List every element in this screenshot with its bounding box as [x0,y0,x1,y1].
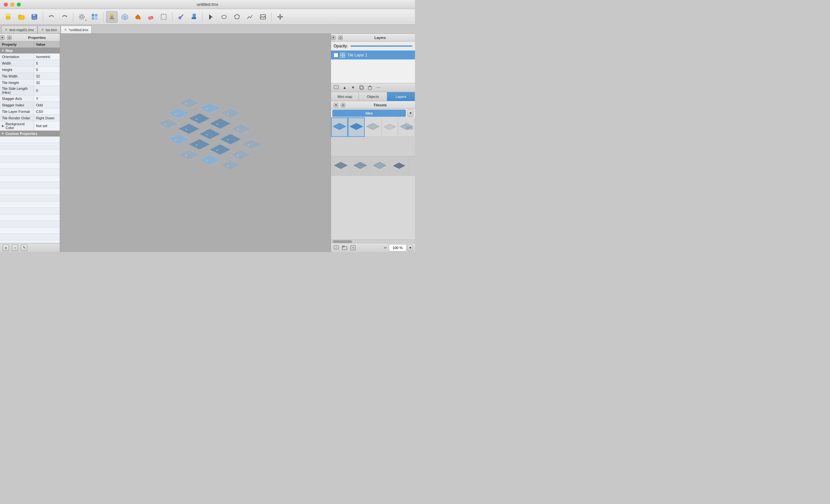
embed-tileset-button[interactable] [349,244,357,251]
tilesets-float-btn[interactable]: ⊙ [341,103,345,107]
tileset-tile-5[interactable] [398,117,415,137]
tileset-tile-6[interactable] [331,156,350,176]
edit-property-button[interactable]: ✎ [21,245,27,251]
prop-name[interactable]: ▶Background Color [0,121,34,130]
tileset-tile-7[interactable] [350,156,370,176]
properties-header: ✕ ⊙ Properties [0,34,60,41]
svg-rect-26 [192,17,196,19]
custom-prop-empty-14 [0,221,60,227]
svg-text:+: + [336,246,337,249]
layer-item-1[interactable]: ✓ Tile Layer 1 [331,51,415,60]
stamp-tool[interactable] [106,11,118,23]
redo-button[interactable] [59,11,70,23]
prop-value[interactable]: 5 [34,60,60,66]
minimize-button[interactable] [10,3,14,6]
prop-value[interactable]: 32 [34,73,60,79]
prop-value[interactable]: Odd [34,102,60,108]
layers-float-btn[interactable]: ⊙ [338,35,343,40]
prop-value[interactable]: CSV [34,108,60,115]
tileset-tile-4[interactable] [382,117,398,137]
eraser-tool[interactable] [145,11,157,23]
undo-button[interactable] [46,11,57,23]
opacity-slider[interactable] [350,45,412,47]
close-button[interactable] [4,3,8,6]
prop-value[interactable]: Isometric [34,54,60,60]
prop-value[interactable]: 5 [34,66,60,73]
terrain-tool[interactable] [119,11,131,23]
svg-text:▸: ▸ [217,123,218,125]
remove-property-button[interactable]: − [12,245,18,251]
maximize-button[interactable] [17,3,21,6]
move-layer-up-button[interactable]: ▲ [341,84,349,91]
custom-prop-empty-6 [0,169,60,176]
svg-text:▸: ▸ [206,107,208,109]
tileset-tile-3[interactable] [365,117,382,137]
tab-close-icon[interactable]: ✕ [5,28,7,31]
bucket-tool[interactable] [188,11,200,23]
object-select[interactable] [205,11,217,23]
svg-marker-74 [393,163,405,169]
open-button[interactable] [15,11,27,23]
tile-4-0 [179,150,199,160]
duplicate-layer-button[interactable] [358,84,365,91]
objects-tab[interactable]: Objects [359,92,387,101]
tiled-icon[interactable] [89,11,100,23]
prefs-button[interactable]: ▾ [76,11,88,23]
prop-value[interactable]: 0 [34,86,60,95]
save-button[interactable] [29,11,40,23]
tileset-tile-1[interactable] [331,117,348,137]
custom-prop-empty-3 [0,150,60,156]
tileset-scrollbar[interactable] [331,240,415,243]
svg-marker-29 [234,14,240,19]
pan-tool[interactable] [274,11,286,23]
new-tileset-button[interactable]: + [332,244,340,251]
tilesets-close-btn[interactable]: ✕ [333,103,338,107]
polygon-tool[interactable] [231,11,243,23]
prop-name: Stagger Index [0,102,34,108]
prop-value[interactable]: Y [34,95,60,101]
tab-untitled[interactable]: ✕ *untitled.tmx [61,26,92,33]
map-section-header[interactable]: ▼ Map [0,48,60,54]
tab-close-icon[interactable]: ✕ [64,28,67,31]
prop-value[interactable]: Right Down [34,115,60,121]
delete-layer-button[interactable] [366,84,374,91]
layers-tab[interactable]: Layers [387,92,415,101]
add-property-button[interactable]: + [3,245,9,251]
prop-value[interactable]: 32 [34,80,60,86]
new-button[interactable] [3,11,14,23]
layer-more-button[interactable]: ⋯ [375,84,382,91]
tab-close-icon[interactable]: ✕ [41,28,44,31]
tileset-dropdown-button[interactable]: ▾ [407,109,414,117]
tileset-tile-8[interactable] [370,156,389,176]
add-layer-button[interactable]: + [332,84,340,91]
layers-close-btn[interactable]: ✕ [331,35,336,40]
svg-rect-53 [343,53,345,55]
window-controls [4,3,21,6]
move-layer-down-button[interactable]: ▼ [349,84,357,91]
svg-point-10 [79,14,84,20]
prop-value[interactable]: Not set [34,121,60,130]
tilesets-title: Tilesets [348,103,412,107]
panel-close-btn[interactable]: ✕ [0,35,4,40]
rect-tool[interactable] [218,11,230,23]
panel-float-btn[interactable]: ⊙ [7,35,12,40]
tileset-zoom-dropdown[interactable]: ▾ [407,244,413,251]
svg-rect-13 [92,17,94,20]
layer-visibility-checkbox[interactable]: ✓ [333,53,338,57]
polyline-tool[interactable] [244,11,256,23]
tileset-selector[interactable]: tiles [332,109,406,117]
tab-iso[interactable]: ✕ iso.tmx [38,26,61,33]
minimap-tab[interactable]: Mini-map [331,92,359,101]
tab-test-map01[interactable]: ✕ test-map01.tmx [1,26,38,33]
open-tileset-button[interactable] [341,244,349,251]
select-tool[interactable] [158,11,169,23]
tileset-tile-9[interactable] [389,156,409,176]
map-canvas[interactable]: ▸ ▸ ▸ ▸ ▸ ▸ ▸ ▸ ▸ ▸ ▸ ▸ [60,34,331,252]
svg-text:▸: ▸ [196,144,197,146]
tileset-tile-2[interactable] [348,117,365,137]
custom-props-section-header[interactable]: ▼ Custom Properties [0,131,60,136]
eyedropper-tool[interactable] [175,11,187,23]
image-tool[interactable] [257,11,269,23]
props-header: Property Value [0,41,60,48]
fill-tool[interactable] [132,11,143,23]
